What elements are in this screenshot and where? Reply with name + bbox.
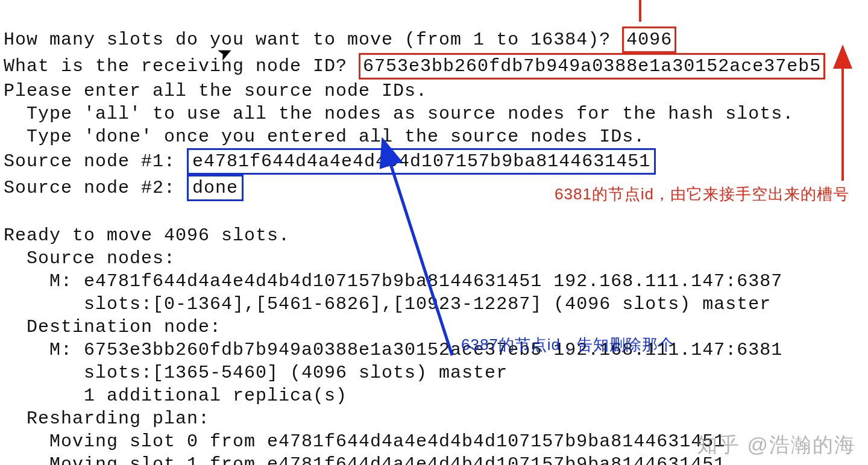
watermark: 知乎 @浩瀚的海 [697,431,856,459]
annotation-red-text: 6381的节点id，由它来接手空出来的槽号 [555,184,849,205]
source-node-slots: slots:[0-1364],[5461-6826],[10923-12287]… [4,294,771,314]
source-node-2-input[interactable]: done [187,175,244,201]
source-instructions-2: Type 'all' to use all the nodes as sourc… [4,104,794,124]
dest-node-slots: slots:[1365-5460] (4096 slots) master [4,363,508,383]
receiving-node-id[interactable]: 6753e3bb260fdb7b949a0388e1a30152ace37eb5 [359,53,825,80]
slots-input[interactable]: 4096 [622,27,676,53]
annotation-blue-text: 6387的节点id，告知删除那个 [461,334,675,355]
dest-node-header: Destination node: [4,317,221,337]
source-node-m: M: e4781f644d4a4e4d4b4d107157b9ba8144631… [4,271,782,292]
source-instructions-3: Type 'done' once you entered all the sou… [4,126,645,147]
slots-prompt: How many slots do you want to move (from… [4,30,622,50]
resharding-header: Resharding plan: [4,408,210,429]
moving-slot-0: Moving slot 0 from e4781f644d4a4e4d4b4d1… [4,431,725,452]
dest-node-replica: 1 additional replica(s) [4,385,347,406]
ready-line: Ready to move 4096 slots. [4,225,290,246]
source-instructions-1: Please enter all the source node IDs. [4,81,427,101]
moving-slot-1: Moving slot 1 from e4781f644d4a4e4d4b4d1… [4,454,725,465]
source-node-1-prompt: Source node #1: [4,151,187,172]
source-node-1-input[interactable]: e4781f644d4a4e4d4b4d107157b9ba8144631451 [187,148,656,175]
source-nodes-header: Source nodes: [4,248,175,269]
terminal-output: How many slots do you want to move (from… [0,0,868,465]
source-node-2-prompt: Source node #2: [4,178,187,198]
recv-node-prompt: What is the receiving node ID? [4,56,359,76]
